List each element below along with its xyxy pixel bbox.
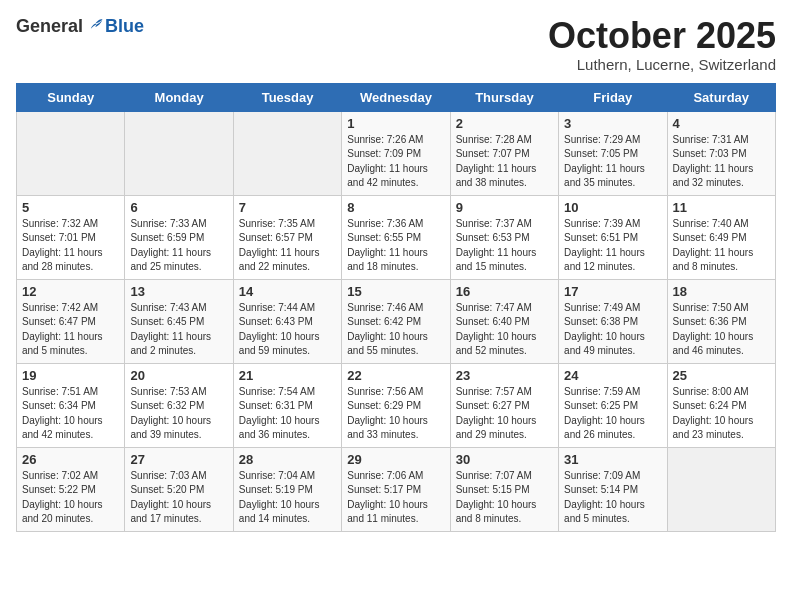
day-number: 20 xyxy=(130,368,227,383)
calendar-cell: 19Sunrise: 7:51 AM Sunset: 6:34 PM Dayli… xyxy=(17,363,125,447)
calendar-cell: 21Sunrise: 7:54 AM Sunset: 6:31 PM Dayli… xyxy=(233,363,341,447)
day-number: 13 xyxy=(130,284,227,299)
day-number: 29 xyxy=(347,452,444,467)
calendar-cell: 26Sunrise: 7:02 AM Sunset: 5:22 PM Dayli… xyxy=(17,447,125,531)
day-info: Sunrise: 7:47 AM Sunset: 6:40 PM Dayligh… xyxy=(456,301,553,359)
weekday-monday: Monday xyxy=(125,83,233,111)
title-block: October 2025 Luthern, Lucerne, Switzerla… xyxy=(548,16,776,73)
calendar-cell: 11Sunrise: 7:40 AM Sunset: 6:49 PM Dayli… xyxy=(667,195,775,279)
day-info: Sunrise: 7:32 AM Sunset: 7:01 PM Dayligh… xyxy=(22,217,119,275)
day-info: Sunrise: 7:35 AM Sunset: 6:57 PM Dayligh… xyxy=(239,217,336,275)
day-number: 22 xyxy=(347,368,444,383)
calendar-cell: 29Sunrise: 7:06 AM Sunset: 5:17 PM Dayli… xyxy=(342,447,450,531)
calendar-cell xyxy=(17,111,125,195)
day-number: 28 xyxy=(239,452,336,467)
day-number: 6 xyxy=(130,200,227,215)
calendar-cell: 24Sunrise: 7:59 AM Sunset: 6:25 PM Dayli… xyxy=(559,363,667,447)
week-row-5: 26Sunrise: 7:02 AM Sunset: 5:22 PM Dayli… xyxy=(17,447,776,531)
logo: General Blue xyxy=(16,16,144,37)
calendar-cell: 8Sunrise: 7:36 AM Sunset: 6:55 PM Daylig… xyxy=(342,195,450,279)
day-info: Sunrise: 7:57 AM Sunset: 6:27 PM Dayligh… xyxy=(456,385,553,443)
calendar-cell: 2Sunrise: 7:28 AM Sunset: 7:07 PM Daylig… xyxy=(450,111,558,195)
day-info: Sunrise: 7:37 AM Sunset: 6:53 PM Dayligh… xyxy=(456,217,553,275)
day-info: Sunrise: 7:31 AM Sunset: 7:03 PM Dayligh… xyxy=(673,133,770,191)
calendar-cell: 1Sunrise: 7:26 AM Sunset: 7:09 PM Daylig… xyxy=(342,111,450,195)
day-info: Sunrise: 7:36 AM Sunset: 6:55 PM Dayligh… xyxy=(347,217,444,275)
month-title: October 2025 xyxy=(548,16,776,56)
day-number: 23 xyxy=(456,368,553,383)
calendar-cell: 30Sunrise: 7:07 AM Sunset: 5:15 PM Dayli… xyxy=(450,447,558,531)
day-number: 21 xyxy=(239,368,336,383)
day-info: Sunrise: 7:09 AM Sunset: 5:14 PM Dayligh… xyxy=(564,469,661,527)
calendar-cell: 18Sunrise: 7:50 AM Sunset: 6:36 PM Dayli… xyxy=(667,279,775,363)
day-info: Sunrise: 7:04 AM Sunset: 5:19 PM Dayligh… xyxy=(239,469,336,527)
day-info: Sunrise: 7:07 AM Sunset: 5:15 PM Dayligh… xyxy=(456,469,553,527)
calendar-cell xyxy=(233,111,341,195)
calendar-cell: 6Sunrise: 7:33 AM Sunset: 6:59 PM Daylig… xyxy=(125,195,233,279)
day-info: Sunrise: 7:59 AM Sunset: 6:25 PM Dayligh… xyxy=(564,385,661,443)
day-info: Sunrise: 7:26 AM Sunset: 7:09 PM Dayligh… xyxy=(347,133,444,191)
day-number: 9 xyxy=(456,200,553,215)
calendar-cell: 7Sunrise: 7:35 AM Sunset: 6:57 PM Daylig… xyxy=(233,195,341,279)
calendar-cell: 12Sunrise: 7:42 AM Sunset: 6:47 PM Dayli… xyxy=(17,279,125,363)
calendar-cell xyxy=(667,447,775,531)
day-info: Sunrise: 7:39 AM Sunset: 6:51 PM Dayligh… xyxy=(564,217,661,275)
day-info: Sunrise: 7:53 AM Sunset: 6:32 PM Dayligh… xyxy=(130,385,227,443)
calendar-cell: 10Sunrise: 7:39 AM Sunset: 6:51 PM Dayli… xyxy=(559,195,667,279)
day-number: 27 xyxy=(130,452,227,467)
day-number: 10 xyxy=(564,200,661,215)
day-info: Sunrise: 7:06 AM Sunset: 5:17 PM Dayligh… xyxy=(347,469,444,527)
day-info: Sunrise: 7:50 AM Sunset: 6:36 PM Dayligh… xyxy=(673,301,770,359)
day-info: Sunrise: 7:43 AM Sunset: 6:45 PM Dayligh… xyxy=(130,301,227,359)
logo-blue-text: Blue xyxy=(105,16,144,37)
day-number: 18 xyxy=(673,284,770,299)
day-number: 30 xyxy=(456,452,553,467)
day-info: Sunrise: 7:02 AM Sunset: 5:22 PM Dayligh… xyxy=(22,469,119,527)
calendar-cell: 4Sunrise: 7:31 AM Sunset: 7:03 PM Daylig… xyxy=(667,111,775,195)
location-text: Luthern, Lucerne, Switzerland xyxy=(548,56,776,73)
page-header: General Blue October 2025 Luthern, Lucer… xyxy=(16,16,776,73)
day-number: 19 xyxy=(22,368,119,383)
weekday-wednesday: Wednesday xyxy=(342,83,450,111)
week-row-2: 5Sunrise: 7:32 AM Sunset: 7:01 PM Daylig… xyxy=(17,195,776,279)
calendar-cell: 23Sunrise: 7:57 AM Sunset: 6:27 PM Dayli… xyxy=(450,363,558,447)
day-info: Sunrise: 7:28 AM Sunset: 7:07 PM Dayligh… xyxy=(456,133,553,191)
day-info: Sunrise: 7:44 AM Sunset: 6:43 PM Dayligh… xyxy=(239,301,336,359)
day-number: 24 xyxy=(564,368,661,383)
day-number: 25 xyxy=(673,368,770,383)
calendar-cell: 15Sunrise: 7:46 AM Sunset: 6:42 PM Dayli… xyxy=(342,279,450,363)
day-number: 14 xyxy=(239,284,336,299)
calendar-cell: 5Sunrise: 7:32 AM Sunset: 7:01 PM Daylig… xyxy=(17,195,125,279)
calendar-cell: 17Sunrise: 7:49 AM Sunset: 6:38 PM Dayli… xyxy=(559,279,667,363)
calendar-cell: 27Sunrise: 7:03 AM Sunset: 5:20 PM Dayli… xyxy=(125,447,233,531)
logo-general-text: General xyxy=(16,16,83,37)
day-info: Sunrise: 7:40 AM Sunset: 6:49 PM Dayligh… xyxy=(673,217,770,275)
day-number: 17 xyxy=(564,284,661,299)
day-info: Sunrise: 7:56 AM Sunset: 6:29 PM Dayligh… xyxy=(347,385,444,443)
day-number: 2 xyxy=(456,116,553,131)
day-info: Sunrise: 7:03 AM Sunset: 5:20 PM Dayligh… xyxy=(130,469,227,527)
logo-bird-icon xyxy=(85,17,105,37)
calendar-table: SundayMondayTuesdayWednesdayThursdayFrid… xyxy=(16,83,776,532)
day-info: Sunrise: 7:49 AM Sunset: 6:38 PM Dayligh… xyxy=(564,301,661,359)
day-info: Sunrise: 7:29 AM Sunset: 7:05 PM Dayligh… xyxy=(564,133,661,191)
day-number: 7 xyxy=(239,200,336,215)
day-number: 31 xyxy=(564,452,661,467)
day-info: Sunrise: 7:54 AM Sunset: 6:31 PM Dayligh… xyxy=(239,385,336,443)
week-row-1: 1Sunrise: 7:26 AM Sunset: 7:09 PM Daylig… xyxy=(17,111,776,195)
day-number: 8 xyxy=(347,200,444,215)
calendar-cell: 28Sunrise: 7:04 AM Sunset: 5:19 PM Dayli… xyxy=(233,447,341,531)
weekday-friday: Friday xyxy=(559,83,667,111)
calendar-cell: 3Sunrise: 7:29 AM Sunset: 7:05 PM Daylig… xyxy=(559,111,667,195)
calendar-cell: 13Sunrise: 7:43 AM Sunset: 6:45 PM Dayli… xyxy=(125,279,233,363)
calendar-cell: 14Sunrise: 7:44 AM Sunset: 6:43 PM Dayli… xyxy=(233,279,341,363)
weekday-header-row: SundayMondayTuesdayWednesdayThursdayFrid… xyxy=(17,83,776,111)
day-number: 12 xyxy=(22,284,119,299)
day-info: Sunrise: 7:42 AM Sunset: 6:47 PM Dayligh… xyxy=(22,301,119,359)
weekday-tuesday: Tuesday xyxy=(233,83,341,111)
calendar-cell: 20Sunrise: 7:53 AM Sunset: 6:32 PM Dayli… xyxy=(125,363,233,447)
calendar-cell: 16Sunrise: 7:47 AM Sunset: 6:40 PM Dayli… xyxy=(450,279,558,363)
day-info: Sunrise: 7:33 AM Sunset: 6:59 PM Dayligh… xyxy=(130,217,227,275)
calendar-cell: 22Sunrise: 7:56 AM Sunset: 6:29 PM Dayli… xyxy=(342,363,450,447)
week-row-4: 19Sunrise: 7:51 AM Sunset: 6:34 PM Dayli… xyxy=(17,363,776,447)
